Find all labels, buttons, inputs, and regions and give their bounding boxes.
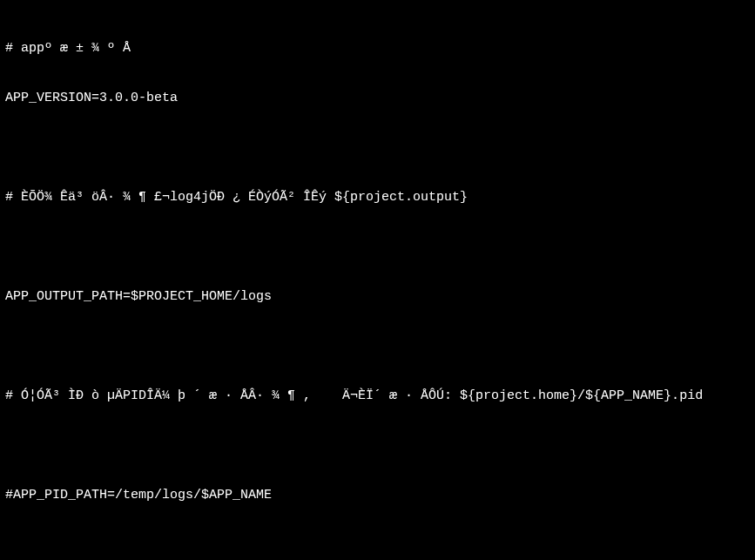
config-line: # appº æ ± ¾ º Å bbox=[5, 40, 750, 57]
config-line: # Ó¦ÓÃ³ ÌÐ ò µÄPIDÎÄ¼ þ ´ æ · ÅÂ· ¾ ¶ , … bbox=[5, 388, 750, 404]
config-line: # ÈÕÖ¾ Êä³ öÂ· ¾ ¶ £¬log4jÖÐ ¿ ÉÒýÓÃ² ÎÊ… bbox=[5, 189, 750, 206]
config-line bbox=[5, 139, 750, 156]
config-line: APP_VERSION=3.0.0-beta bbox=[5, 90, 750, 106]
config-line bbox=[5, 338, 750, 354]
config-line bbox=[5, 437, 750, 454]
config-line: #APP_PID_PATH=/temp/logs/$APP_NAME bbox=[5, 487, 750, 503]
config-line bbox=[5, 536, 750, 553]
config-line bbox=[5, 239, 750, 255]
terminal-viewport[interactable]: # appº æ ± ¾ º Å APP_VERSION=3.0.0-beta … bbox=[0, 0, 755, 560]
config-line: APP_OUTPUT_PATH=$PROJECT_HOME/logs bbox=[5, 288, 750, 305]
